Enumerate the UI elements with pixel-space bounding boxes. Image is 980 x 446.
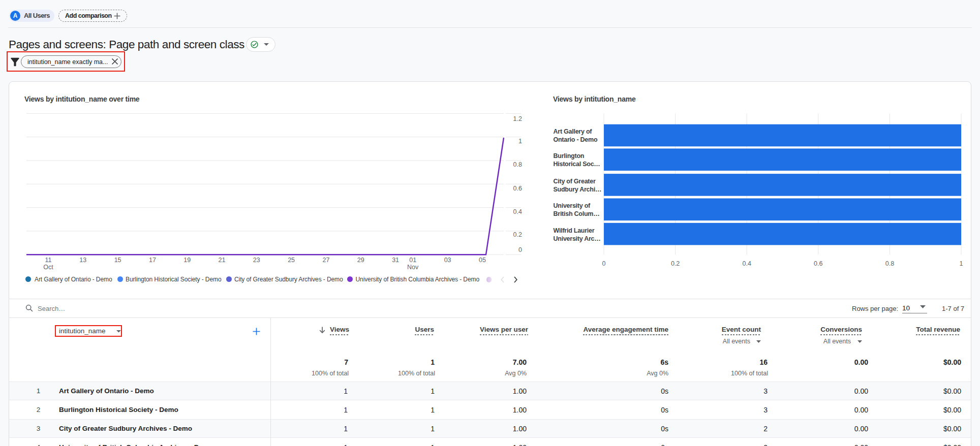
- svg-text:1.2: 1.2: [513, 115, 522, 122]
- svg-text:Historical Soc…: Historical Soc…: [554, 161, 600, 168]
- svg-text:11: 11: [45, 257, 52, 264]
- svg-text:0.2: 0.2: [513, 231, 522, 238]
- svg-text:0.2: 0.2: [671, 260, 680, 267]
- svg-text:Art Gallery of: Art Gallery of: [554, 128, 593, 135]
- svg-text:23: 23: [253, 257, 260, 264]
- svg-text:03: 03: [444, 257, 451, 264]
- svg-text:1: 1: [960, 260, 963, 267]
- svg-text:0.4: 0.4: [743, 260, 751, 267]
- svg-text:0: 0: [518, 246, 522, 253]
- svg-text:19: 19: [183, 257, 191, 264]
- svg-text:0.6: 0.6: [513, 185, 522, 192]
- svg-text:15: 15: [114, 257, 121, 264]
- svg-text:Burlington: Burlington: [554, 152, 585, 160]
- svg-text:0.8: 0.8: [885, 260, 894, 267]
- svg-text:13: 13: [79, 257, 86, 264]
- svg-text:01: 01: [409, 257, 416, 264]
- svg-text:0.4: 0.4: [513, 208, 522, 215]
- svg-text:Sudbury Archi…: Sudbury Archi…: [554, 186, 602, 193]
- svg-text:27: 27: [322, 257, 329, 264]
- svg-text:0: 0: [602, 260, 606, 267]
- svg-text:City of Greater: City of Greater: [554, 178, 596, 185]
- svg-text:31: 31: [392, 257, 399, 264]
- svg-text:17: 17: [149, 257, 156, 264]
- svg-text:05: 05: [479, 257, 486, 264]
- svg-text:Oct: Oct: [43, 264, 53, 271]
- svg-text:University Arc…: University Arc…: [554, 235, 601, 242]
- svg-text:British Colum…: British Colum…: [554, 210, 600, 217]
- svg-text:Nov: Nov: [407, 264, 419, 271]
- svg-text:1: 1: [518, 138, 522, 145]
- svg-text:University of: University of: [554, 202, 591, 209]
- svg-text:0.8: 0.8: [513, 161, 522, 168]
- svg-text:Wilfrid Laurier: Wilfrid Laurier: [554, 227, 595, 234]
- svg-text:0.6: 0.6: [814, 260, 822, 267]
- svg-text:25: 25: [288, 257, 295, 264]
- svg-text:29: 29: [357, 257, 364, 264]
- svg-text:21: 21: [219, 257, 226, 264]
- svg-text:Ontario - Demo: Ontario - Demo: [554, 136, 598, 143]
